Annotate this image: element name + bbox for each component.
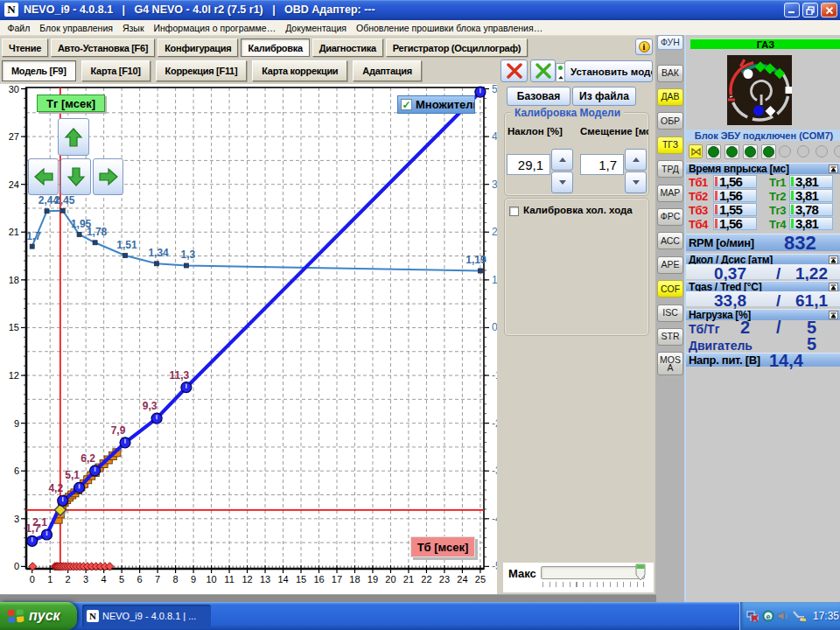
strip-button-ФРС[interactable]: ФРС — [657, 208, 683, 226]
strip-button-ВАК[interactable]: ВАК — [657, 65, 683, 82]
taskbar-task-button[interactable]: N NEVO_i9 - 4.0.8.1 | ... — [82, 605, 211, 627]
strip-button-МАР[interactable]: МАР — [657, 185, 683, 202]
gas-time-label: Тг2 — [769, 190, 786, 203]
strip-button-COF[interactable]: COF — [657, 280, 683, 298]
tab-Авто-Установка [F6][interactable]: Авто-Установка [F6] — [51, 38, 155, 57]
y2-tick-label: -4 — [492, 513, 497, 525]
strip-button-STR[interactable]: STR — [657, 328, 683, 346]
set-model-label: Установить модель — [570, 66, 653, 77]
strip-button-ТГЗ[interactable]: ТГЗ — [657, 136, 683, 154]
strip-button-ФУН[interactable]: ФУН — [657, 35, 683, 50]
x-tick-label: 1 — [47, 574, 52, 584]
y-tick-label: 21 — [9, 227, 19, 237]
model-step-spinner[interactable] — [556, 63, 565, 82]
model-point-label: 9,3 — [143, 400, 158, 412]
nudge-up-button[interactable] — [58, 118, 89, 156]
idle-calibration-checkbox[interactable] — [509, 206, 519, 216]
restore-button[interactable] — [802, 3, 818, 18]
title-bar: N NEVO_i9 - 4.0.8.1 | G4 NEVO - 4.0l r2 … — [0, 0, 840, 20]
red-bar-icon — [715, 219, 718, 228]
offset-spinner-down[interactable] — [625, 172, 647, 193]
green-right-arrow-icon — [98, 167, 119, 186]
multiplier-point — [478, 269, 482, 273]
slope-input[interactable]: 29,1 — [507, 154, 550, 175]
multiplier-checkbox[interactable]: ✓ — [401, 99, 412, 110]
y-tick-label: 27 — [9, 131, 19, 142]
slope-spinner-down[interactable] — [551, 172, 573, 193]
strip-button-ISC[interactable]: ISC — [657, 304, 683, 322]
set-model-button[interactable]: Установить модель — [564, 60, 653, 82]
apply-model-button[interactable] — [530, 60, 556, 82]
menu-item-1[interactable]: Файл — [3, 23, 35, 33]
restore-icon — [806, 6, 815, 15]
injector-led-on-2 — [724, 144, 739, 159]
subtab-Карта [F10][interactable]: Карта [F10] — [81, 60, 150, 81]
menu-item-6[interactable]: Обновление прошивки блока управления… — [352, 23, 548, 33]
rpm-label: RPM [о/мин] — [689, 236, 754, 249]
tab-Диагностика[interactable]: Диагностика — [312, 38, 383, 57]
discard-model-button[interactable] — [500, 60, 528, 82]
horizontal-scrollbar[interactable] — [0, 594, 656, 602]
close-button[interactable] — [821, 3, 837, 18]
volume-icon[interactable] — [777, 610, 789, 622]
injector-led-on-4 — [761, 144, 776, 159]
subtab-Коррекция [F11][interactable]: Коррекция [F11] — [156, 60, 248, 81]
strip-button-АРЕ[interactable]: АРЕ — [657, 256, 683, 274]
y2-tick-label: 3 — [492, 178, 497, 191]
subtab-Карта коррекции[interactable]: Карта коррекции — [252, 60, 347, 81]
injection-row-3: Тб31,55Тг33,78 — [686, 203, 840, 217]
max-slider-thumb[interactable] — [635, 564, 646, 582]
max-slider-track[interactable] — [541, 566, 645, 579]
minimize-button[interactable] — [784, 3, 800, 18]
model-calibration-title: Калибровка Модели — [511, 107, 624, 119]
offset-input[interactable]: 1,7 — [580, 154, 624, 175]
multiplier-point — [30, 244, 34, 248]
y2-tick-label: -3 — [492, 465, 497, 477]
x-tick-label: 24 — [457, 574, 467, 584]
petrol-time-label: Тб3 — [689, 204, 708, 217]
start-button[interactable]: пуск — [0, 602, 77, 630]
info-button[interactable]: i — [635, 38, 653, 55]
slope-spinner-up[interactable] — [551, 149, 573, 171]
red-bar-icon — [715, 191, 718, 200]
strip-button-ДАВ[interactable]: ДАВ — [657, 88, 683, 106]
collapse-button[interactable] — [829, 256, 838, 264]
subtab-Адаптация[interactable]: Адаптация — [353, 60, 421, 81]
gas-time-label: Тг1 — [769, 176, 786, 189]
tab-Конфигурация[interactable]: Конфигурация — [158, 38, 238, 57]
subtab-Модель [F9][interactable]: Модель [F9] — [2, 60, 76, 81]
strip-button-АСС[interactable]: АСС — [657, 232, 683, 249]
green-bar-icon — [791, 219, 794, 228]
menu-item-3[interactable]: Язык — [117, 23, 149, 33]
nudge-right-button[interactable] — [93, 158, 123, 195]
fuel-mode-header: ГАЗ — [690, 38, 840, 49]
tab-Чтение[interactable]: Чтение — [2, 38, 48, 57]
collapse-button[interactable] — [829, 311, 838, 319]
strip-button-ТРД[interactable]: ТРД — [657, 160, 683, 178]
gas-time-label: Тг4 — [769, 218, 786, 231]
petrol-time-value: 1,56 — [713, 217, 757, 230]
menu-item-5[interactable]: Документация — [281, 23, 352, 33]
y-tick-label: 6 — [14, 466, 19, 476]
collapse-button[interactable] — [829, 283, 838, 291]
y2-tick-label: 1 — [492, 274, 497, 286]
strip-button-MOS A[interactable]: MOSA — [657, 352, 683, 375]
offset-spinner-up[interactable] — [625, 149, 647, 171]
y-tick-label: 30 — [9, 84, 19, 94]
menu-item-4[interactable]: Информация о программе… — [149, 23, 281, 33]
green-led-icon — [745, 146, 756, 158]
from-file-button[interactable]: Из файла — [572, 87, 636, 106]
usb-icon[interactable] — [792, 610, 807, 622]
eset-icon[interactable]: e — [762, 610, 774, 622]
base-calibration-button[interactable]: Базовая — [507, 87, 570, 106]
tab-Калибровка[interactable]: Калибровка — [241, 38, 309, 57]
tab-Регистратор (Осциллограф)[interactable]: Регистратор (Осциллограф) — [386, 38, 528, 57]
collapse-button[interactable] — [829, 164, 838, 173]
strip-button-ОБР[interactable]: ОБР — [657, 112, 683, 130]
x-tick-label: 11 — [224, 574, 234, 584]
menu-item-2[interactable]: Блок управления — [35, 23, 118, 33]
nudge-left-button[interactable] — [28, 158, 59, 195]
minimize-icon — [788, 6, 796, 14]
network-error-icon[interactable] — [746, 610, 760, 622]
nudge-down-button[interactable] — [60, 158, 91, 195]
